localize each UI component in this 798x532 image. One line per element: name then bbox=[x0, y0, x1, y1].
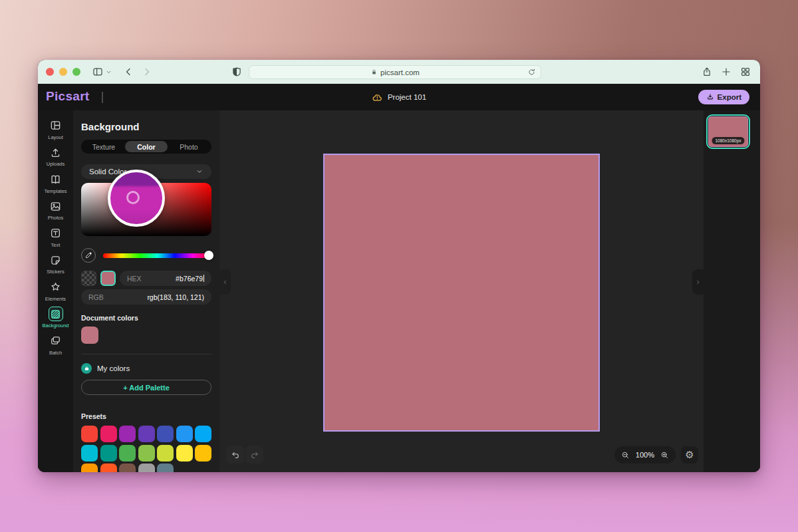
tab-color[interactable]: Color bbox=[125, 141, 168, 152]
sidebar-item-stickers[interactable]: Stickers bbox=[38, 251, 73, 278]
layout-icon bbox=[49, 118, 63, 133]
undo-icon bbox=[231, 450, 240, 460]
zoom-out-icon[interactable] bbox=[621, 451, 630, 460]
reload-icon[interactable] bbox=[527, 68, 536, 76]
page-thumbnail[interactable]: 1080x1080px bbox=[706, 114, 750, 149]
document-color-swatch[interactable] bbox=[81, 327, 98, 344]
shield-icon[interactable] bbox=[231, 66, 242, 77]
preset-swatch[interactable] bbox=[138, 445, 155, 462]
preset-swatch[interactable] bbox=[195, 426, 211, 442]
address-bar[interactable]: picsart.com bbox=[249, 65, 541, 79]
sidebar-item-batch[interactable]: Batch bbox=[38, 331, 73, 358]
panel-title: Background bbox=[81, 121, 211, 132]
sidebar-item-layout[interactable]: Layout bbox=[38, 116, 73, 143]
preset-swatch[interactable] bbox=[81, 445, 98, 462]
photos-icon bbox=[49, 199, 63, 213]
canvas-artboard[interactable] bbox=[325, 155, 598, 430]
canvas-settings-button[interactable]: ⚙ bbox=[681, 446, 698, 464]
gear-icon: ⚙ bbox=[685, 449, 694, 461]
sidebar-item-label: Templates bbox=[44, 188, 66, 194]
window-controls bbox=[46, 68, 80, 76]
preset-swatch[interactable] bbox=[119, 464, 136, 472]
transparent-swatch[interactable] bbox=[81, 271, 96, 286]
eyedropper-button[interactable] bbox=[81, 248, 96, 263]
collapse-left-panel-button[interactable] bbox=[219, 269, 231, 295]
preset-swatch[interactable] bbox=[195, 445, 211, 462]
preset-swatch[interactable] bbox=[138, 426, 155, 442]
browser-toolbar: picsart.com bbox=[38, 60, 760, 84]
sidebar-item-templates[interactable]: Templates bbox=[38, 170, 73, 197]
text-icon bbox=[49, 226, 63, 241]
preset-swatch[interactable] bbox=[176, 426, 193, 442]
hex-label: HEX bbox=[127, 275, 142, 283]
divider bbox=[81, 354, 211, 354]
sidebar-toggle-icon[interactable] bbox=[92, 66, 103, 77]
hex-value: #b76e79 bbox=[176, 275, 203, 283]
add-palette-button[interactable]: + Add Palette bbox=[81, 380, 211, 395]
background-icon bbox=[49, 307, 63, 321]
preset-swatch[interactable] bbox=[100, 464, 117, 472]
sidebar-item-label: Stickers bbox=[47, 269, 65, 275]
preset-swatch[interactable] bbox=[81, 464, 98, 472]
tab-overview-icon[interactable] bbox=[740, 66, 751, 77]
star-icon bbox=[49, 280, 63, 295]
minimize-window-button[interactable] bbox=[59, 68, 67, 76]
hex-input[interactable]: HEX #b76e79 bbox=[120, 271, 211, 286]
zoom-level[interactable]: 100% bbox=[636, 451, 654, 459]
sidebar-item-uploads[interactable]: Uploads bbox=[38, 143, 73, 170]
preset-swatch[interactable] bbox=[100, 426, 117, 442]
preset-swatch[interactable] bbox=[100, 445, 117, 462]
sidebar-item-elements[interactable]: Elements bbox=[38, 277, 73, 305]
collapse-right-panel-button[interactable] bbox=[692, 269, 704, 295]
sidebar-item-text[interactable]: Text bbox=[38, 223, 73, 251]
fullscreen-window-button[interactable] bbox=[72, 68, 80, 76]
browser-window: picsart.com Picsart Project 101 Export L… bbox=[38, 60, 760, 472]
preset-swatch[interactable] bbox=[81, 426, 98, 442]
background-panel: Background Texture Color Photo Solid Col… bbox=[73, 110, 219, 472]
preset-swatch[interactable] bbox=[157, 426, 174, 442]
page-size-badge: 1080x1080px bbox=[712, 137, 744, 144]
undo-button[interactable] bbox=[226, 446, 244, 464]
hue-slider[interactable] bbox=[103, 253, 211, 258]
preset-swatch[interactable] bbox=[119, 445, 136, 462]
project-title[interactable]: Project 101 bbox=[372, 84, 426, 110]
tab-photo[interactable]: Photo bbox=[168, 141, 210, 152]
rgb-input[interactable]: RGB rgb(183, 110, 121) bbox=[81, 289, 211, 305]
picsart-app: Picsart Project 101 Export LayoutUploads… bbox=[38, 84, 760, 472]
current-color-swatch[interactable] bbox=[100, 271, 116, 286]
back-icon[interactable] bbox=[123, 66, 134, 77]
preset-swatch[interactable] bbox=[176, 445, 193, 462]
hue-slider-knob[interactable] bbox=[204, 251, 213, 260]
preset-swatch[interactable] bbox=[119, 426, 136, 442]
redo-button[interactable] bbox=[245, 446, 263, 464]
chevron-right-icon bbox=[695, 279, 701, 285]
preset-swatch[interactable] bbox=[157, 445, 174, 462]
chevron-left-icon bbox=[222, 279, 228, 285]
chevron-down-icon[interactable] bbox=[105, 68, 112, 76]
zoom-in-icon[interactable] bbox=[660, 451, 669, 460]
rgb-value: rgb(183, 110, 121) bbox=[147, 293, 204, 301]
presets-grid bbox=[81, 426, 211, 472]
sidebar-item-label: Photos bbox=[48, 215, 63, 221]
my-colors-row[interactable]: My colors bbox=[81, 363, 211, 374]
templates-icon bbox=[49, 172, 63, 187]
pages-panel: 1080x1080px bbox=[704, 110, 760, 472]
picsart-logo[interactable]: Picsart bbox=[46, 89, 89, 104]
sidebar-item-label: Batch bbox=[49, 350, 62, 356]
panel-tabs: Texture Color Photo bbox=[81, 140, 211, 154]
preset-swatch[interactable] bbox=[138, 464, 155, 472]
tab-texture[interactable]: Texture bbox=[82, 141, 125, 152]
picker-cursor[interactable] bbox=[126, 191, 140, 204]
sidebar-item-photos[interactable]: Photos bbox=[38, 197, 73, 224]
sidebar-rail: LayoutUploadsTemplatesPhotosTextStickers… bbox=[38, 110, 73, 472]
close-window-button[interactable] bbox=[46, 68, 54, 76]
color-picker-loupe[interactable] bbox=[108, 170, 165, 227]
text-caret bbox=[203, 275, 204, 282]
cloud-sync-icon bbox=[372, 92, 383, 103]
forward-icon[interactable] bbox=[142, 66, 152, 77]
new-tab-icon[interactable] bbox=[721, 66, 732, 77]
preset-swatch[interactable] bbox=[157, 464, 174, 472]
export-button[interactable]: Export bbox=[698, 90, 749, 104]
share-icon[interactable] bbox=[702, 66, 712, 77]
sidebar-item-background[interactable]: Background bbox=[38, 305, 73, 332]
